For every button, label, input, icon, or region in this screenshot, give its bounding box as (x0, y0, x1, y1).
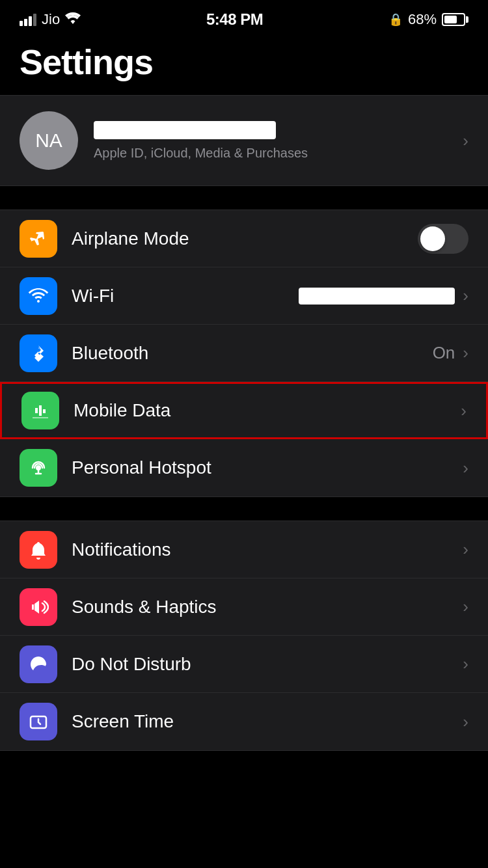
screen-time-label: Screen Time (72, 711, 463, 732)
mobile-data-chevron: › (461, 401, 467, 421)
status-left: Jio (20, 11, 81, 28)
personal-hotspot-chevron: › (463, 458, 468, 478)
wifi-icon (20, 277, 57, 315)
personal-hotspot-label: Personal Hotspot (72, 457, 463, 478)
bluetooth-row[interactable]: Bluetooth On › (0, 325, 488, 382)
sounds-haptics-row[interactable]: Sounds & Haptics › (0, 578, 488, 636)
mobile-data-row[interactable]: Mobile Data › (0, 382, 488, 439)
do-not-disturb-label: Do Not Disturb (72, 654, 463, 675)
status-bar: Jio 5:48 PM 🔒 68% (0, 0, 488, 35)
notifications-chevron: › (463, 539, 468, 560)
screen-time-row[interactable]: Screen Time › (0, 693, 488, 750)
bluetooth-value: On (433, 343, 455, 363)
mobile-data-icon (21, 392, 59, 429)
avatar: NA (20, 111, 78, 170)
mobile-data-label: Mobile Data (74, 400, 461, 421)
notifications-icon (20, 531, 57, 569)
page-title-section: Settings (0, 35, 488, 95)
page-title: Settings (20, 42, 468, 82)
signal-icon (20, 13, 36, 26)
status-right: 🔒 68% (388, 11, 468, 28)
profile-name-blurred (94, 121, 276, 139)
wifi-row[interactable]: Wi-Fi › (0, 267, 488, 325)
airplane-mode-label: Airplane Mode (72, 228, 418, 249)
battery-icon (442, 13, 468, 26)
do-not-disturb-chevron: › (463, 654, 468, 674)
bluetooth-icon (20, 334, 57, 372)
profile-subtitle: Apple ID, iCloud, Media & Purchases (94, 146, 447, 161)
profile-row[interactable]: NA Apple ID, iCloud, Media & Purchases › (0, 95, 488, 186)
network-settings-group: Airplane Mode Wi-Fi › Bluetooth On › (0, 210, 488, 497)
wifi-chevron: › (463, 286, 468, 306)
screen-time-icon (20, 703, 57, 740)
personal-hotspot-row[interactable]: Personal Hotspot › (0, 439, 488, 496)
sounds-haptics-icon (20, 588, 57, 626)
time-display: 5:48 PM (206, 10, 263, 29)
sounds-haptics-chevron: › (463, 597, 468, 617)
airplane-mode-row[interactable]: Airplane Mode (0, 210, 488, 267)
bluetooth-label: Bluetooth (72, 343, 433, 364)
lock-icon: 🔒 (388, 12, 403, 27)
personal-hotspot-icon (20, 449, 57, 487)
do-not-disturb-row[interactable]: Do Not Disturb › (0, 636, 488, 693)
carrier-label: Jio (42, 11, 60, 28)
sounds-haptics-label: Sounds & Haptics (72, 597, 463, 617)
profile-info: Apple ID, iCloud, Media & Purchases (94, 121, 447, 161)
battery-percentage: 68% (408, 11, 437, 28)
screen-time-chevron: › (463, 712, 468, 732)
airplane-mode-icon (20, 220, 57, 258)
airplane-mode-toggle[interactable] (418, 224, 468, 254)
wifi-label: Wi-Fi (72, 286, 299, 306)
bluetooth-chevron: › (463, 343, 468, 363)
notifications-row[interactable]: Notifications › (0, 521, 488, 578)
notifications-label: Notifications (72, 539, 463, 560)
wifi-value-blurred (299, 288, 455, 305)
profile-chevron: › (463, 131, 468, 151)
wifi-status-icon (65, 12, 81, 27)
system-settings-group: Notifications › Sounds & Haptics › Do No… (0, 521, 488, 751)
do-not-disturb-icon (20, 645, 57, 683)
